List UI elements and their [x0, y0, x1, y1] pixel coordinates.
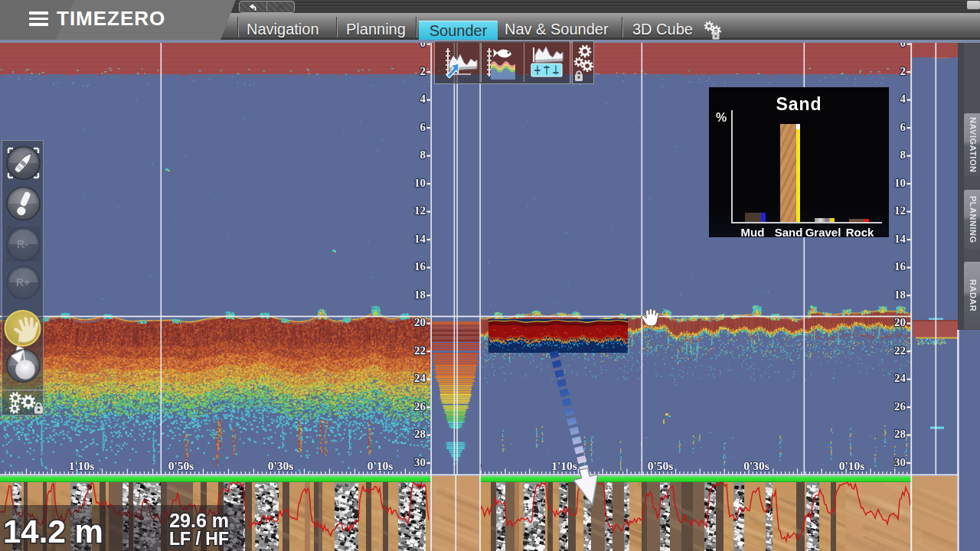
svg-text:R+: R+: [16, 276, 30, 289]
svg-text:R-: R-: [17, 238, 28, 250]
